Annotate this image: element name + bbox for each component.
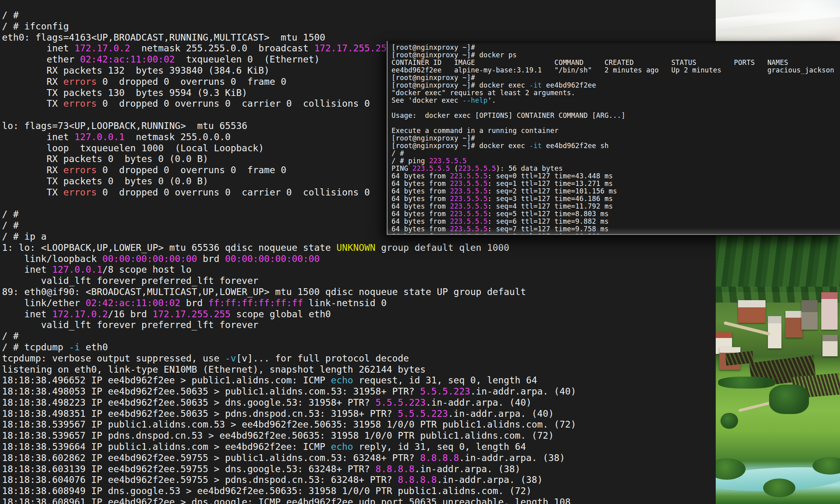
terminal-text-magenta: 223.5.5.5 <box>450 217 488 225</box>
terminal-text: 0 dropped 0 overruns 0 carrier 0 collisi… <box>97 98 370 109</box>
terminal-text: .in-addr.arpa. (38) <box>459 453 565 463</box>
terminal-line: [root@nginxproxy ~]# docker exec -it ee4… <box>392 82 840 89</box>
terminal-text: [v]... for full protocol decode <box>236 353 409 363</box>
terminal-text-magenta: 223.5.5.5 <box>450 225 488 233</box>
terminal-line: / # ifconfig <box>2 21 840 32</box>
village-house-brick-mid <box>785 311 803 338</box>
desktop: / #/ # ifconfigeth0: flags=4163<UP,BROAD… <box>0 0 840 504</box>
terminal-text: netmask 255.0.0.0 <box>125 132 231 142</box>
terminal-line <box>392 104 840 112</box>
terminal-text: 64 bytes from <box>392 202 450 210</box>
terminal-line: 64 bytes from 223.5.5.5: seq=0 ttl=127 t… <box>392 172 840 180</box>
terminal-line: 64 bytes from 223.5.5.5: seq=7 ttl=127 t… <box>392 225 840 233</box>
terminal-text-red: errors <box>63 76 97 87</box>
terminal-text-magenta: ff:ff:ff:ff:ff:ff <box>208 298 303 308</box>
terminal-line: link/ether 02:42:ac:11:00:02 brd ff:ff:f… <box>2 298 840 309</box>
terminal-text-magenta: 172.17.255.255 <box>153 309 231 319</box>
terminal-line: 89: eth0@if90: <BROADCAST,MULTICAST,UP,L… <box>2 287 840 298</box>
terminal-text: : seq=6 ttl=127 time=9.882 ms <box>488 217 609 225</box>
terminal-text: inet <box>2 264 52 275</box>
terminal-text: Usage: docker exec [OPTIONS] CONTAINER C… <box>392 111 625 119</box>
terminal-text-cyan: -it <box>529 142 542 150</box>
terminal-text-cyan: echo <box>331 441 353 452</box>
terminal-text: 0 dropped 0 overruns 0 frame 0 <box>97 165 286 175</box>
terminal-text-cyan: -v <box>225 353 236 363</box>
terminal-text: 18:18:38.603139 IP ee4bd962f2ee.59755 > … <box>2 464 376 474</box>
terminal-line: [root@nginxproxy ~]# docker exec -it ee4… <box>392 142 840 150</box>
terminal-text: [root@nginxproxy ~]# <box>392 43 475 51</box>
terminal-text-magenta: 00:00:00:00:00:00 <box>225 254 320 264</box>
terminal-line: [root@nginxproxy ~]# <box>392 44 840 51</box>
terminal-text: .in-addr.arpa. (40) <box>448 408 554 419</box>
terminal-text: 18:18:38.604076 IP ee4bd962f2ee.59755 > … <box>2 475 398 485</box>
terminal-line: / # <box>2 331 840 342</box>
village-aerial-photo <box>716 236 840 504</box>
terminal-text-magenta: 223.5.5.5 <box>412 164 450 172</box>
terminal-text: 64 bytes from <box>392 195 450 203</box>
terminal-text: /8 scope host lo <box>102 264 192 275</box>
terminal-text-magenta: 5.5.5.223 <box>398 408 448 419</box>
terminal-line: 18:18:38.603139 IP ee4bd962f2ee.59755 > … <box>2 464 840 475</box>
terminal-text: : seq=1 ttl=127 time=13.271 ms <box>488 180 613 188</box>
terminal-text: .in-addr.arpa. (40) <box>426 397 532 408</box>
terminal-text: TX <box>2 187 63 197</box>
terminal-text-magenta: 02:42:ac:11:00:02 <box>80 54 175 64</box>
terminal-text: : seq=3 ttl=127 time=46.186 ms <box>488 195 613 203</box>
terminal-text: : seq=7 ttl=127 time=9.758 ms <box>488 225 609 233</box>
terminal-text: eth0: flags=4163<UP,BROADCAST,RUNNING,MU… <box>2 32 325 43</box>
terminal-text: : seq=4 ttl=127 time=11.792 ms <box>488 202 613 210</box>
terminal-text: 18:18:38.608961 IP ee4bd962f2ee > dns.go… <box>2 497 571 504</box>
terminal-line: listening on eth0, link-type EN10MB (Eth… <box>2 364 840 375</box>
terminal-text: 64 bytes from <box>392 225 450 233</box>
terminal-text-magenta: 223.5.5.5 <box>450 202 488 210</box>
terminal-text: link/ether <box>2 298 86 308</box>
terminal-line: / # tcpdump -i eth0 <box>2 342 840 353</box>
terminal-text: [root@nginxproxy ~]# <box>392 74 475 82</box>
terminal-line: 18:18:38.539657 IP pdns.dnspod.cn.53 > e… <box>2 430 840 441</box>
terminal-text-magenta: 223.5.5.5 <box>450 187 488 195</box>
terminal-text: / # <box>392 149 404 157</box>
terminal-text: 1: lo: <LOOPBACK,UP,LOWER_UP> mtu 65536 … <box>2 242 337 253</box>
terminal-text-magenta: 127.0.0.1 <box>74 132 125 142</box>
sky-photo <box>716 0 840 41</box>
village-house-pink-right <box>821 292 838 330</box>
terminal-text: [root@nginxproxy ~]# docker ps <box>392 51 517 59</box>
terminal-text: brd <box>197 254 225 264</box>
terminal-text: / # ping <box>392 157 429 165</box>
terminal-text: ee4bd962f2ee alpine-my-base:3.19.1 "/bin… <box>392 66 834 74</box>
terminal-line: CONTAINER ID IMAGE COMMAND CREATED STATU… <box>392 59 840 66</box>
terminal-text: 64 bytes from <box>392 180 450 188</box>
village-tree-row <box>718 377 775 389</box>
terminal-text-magenta: 02:42:ac:11:00:02 <box>86 298 180 308</box>
terminal-text: 18:18:38.498223 IP ee4bd962f2ee.50635 > … <box>2 397 376 408</box>
village-house-white-right <box>822 335 837 356</box>
village-tree-grove <box>769 385 809 414</box>
terminal-text: group default qlen 1000 <box>376 242 509 253</box>
terminal-text-magenta: 172.17.0.2 <box>74 43 130 53</box>
terminal-text-magenta: 5.5.5.223 <box>420 386 470 397</box>
terminal-text: listening on eth0, link-type EN10MB (Eth… <box>2 364 426 375</box>
terminal-text-magenta: 223.5.5.5 <box>450 172 488 180</box>
terminal-line: 1: lo: <LOOPBACK,UP,LOWER_UP> mtu 65536 … <box>2 242 840 254</box>
terminal-line: 64 bytes from 223.5.5.5: seq=1 ttl=127 t… <box>392 180 840 188</box>
terminal-text-red: errors <box>63 187 97 197</box>
terminal-text-red: errors <box>63 165 97 175</box>
terminal-line: inet 127.0.0.1/8 scope host lo <box>2 264 840 275</box>
terminal-line: inet 172.17.0.2/16 brd 172.17.255.255 sc… <box>2 309 840 320</box>
village-river-bank-mid <box>763 479 795 497</box>
terminal-text: : seq=0 ttl=127 time=43.448 ms <box>488 172 613 180</box>
terminal-text-magenta: 8.8.8.8 <box>376 464 415 474</box>
terminal-text: 64 bytes from <box>392 210 450 218</box>
terminal-text: TX <box>2 98 63 109</box>
terminal-line: 18:18:38.539567 IP public1.alidns.com.53… <box>2 419 840 430</box>
terminal-text-magenta: 8.8.8.8 <box>420 453 459 463</box>
terminal-line: 64 bytes from 223.5.5.5: seq=3 ttl=127 t… <box>392 195 840 203</box>
terminal-text: link-netnsid 0 <box>303 298 387 308</box>
terminal-line: [root@nginxproxy ~]# <box>392 74 840 82</box>
terminal-text-magenta: 223.5.5.5 <box>450 210 488 218</box>
terminal-text: : seq=8 ttl=127 time=18.281 ms <box>488 232 613 235</box>
docker-terminal-window[interactable]: [root@nginxproxy ~]#[root@nginxproxy ~]#… <box>387 41 840 235</box>
terminal-text: /16 brd <box>108 309 153 319</box>
terminal-text: link/loopback <box>2 254 102 264</box>
terminal-text-magenta: 223.5.5.5 <box>429 157 466 165</box>
